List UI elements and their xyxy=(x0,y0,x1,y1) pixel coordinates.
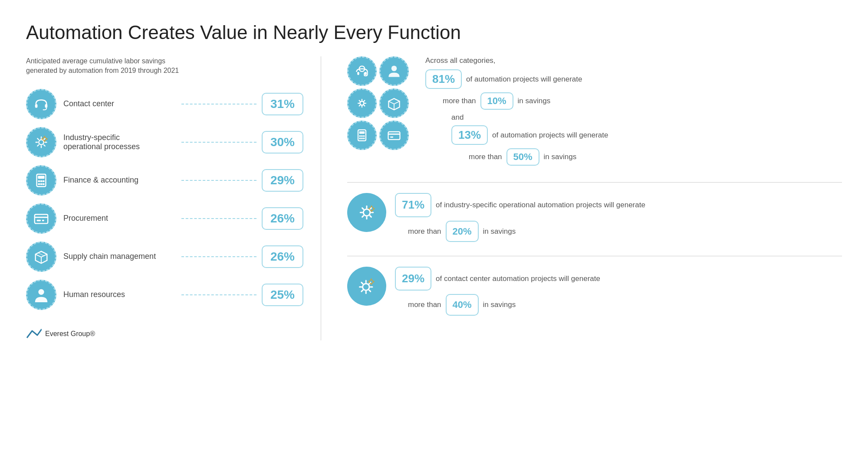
svg-rect-54 xyxy=(359,135,361,137)
svg-rect-60 xyxy=(388,132,400,140)
svg-rect-20 xyxy=(43,180,45,182)
in-savings-1: in savings xyxy=(518,97,551,105)
svg-rect-57 xyxy=(359,137,361,139)
svg-rect-36 xyxy=(365,72,367,75)
svg-line-29 xyxy=(36,254,41,257)
mid-text: 71% of industry-specific operational aut… xyxy=(395,193,645,245)
left-panel: Anticipated average cumulative labor sav… xyxy=(26,56,321,340)
pct-20: 20% xyxy=(446,221,479,242)
across-text: Across all categories, xyxy=(425,56,842,65)
svg-point-39 xyxy=(360,101,364,105)
mid-section: 71% of industry-specific operational aut… xyxy=(347,193,842,245)
pct-10: 10% xyxy=(480,92,513,110)
dotted-line-4 xyxy=(181,256,256,257)
in-savings-4: in savings xyxy=(483,299,516,310)
pct-box-4: 26% xyxy=(262,245,303,268)
pct-40: 40% xyxy=(446,294,479,315)
stat1-text: of automation projects will generate xyxy=(466,75,582,84)
footer-logo: Everest Group® xyxy=(26,327,95,340)
pct-81: 81% xyxy=(425,69,462,89)
svg-rect-62 xyxy=(390,137,393,138)
bottom-stat-text: of contact center automation projects wi… xyxy=(436,273,600,284)
divider-2 xyxy=(347,256,842,256)
svg-line-45 xyxy=(364,105,365,106)
top-stats-section: Across all categories, 81% of automation… xyxy=(347,56,842,169)
stat3-text: of automation projects will generate xyxy=(492,131,608,140)
svg-rect-23 xyxy=(43,183,45,185)
pct-box-0: 31% xyxy=(262,93,303,115)
dotted-line-5 xyxy=(181,294,256,295)
row-label-1: Industry-specific operational processes xyxy=(63,133,176,151)
row-label-0: Contact center xyxy=(63,99,176,108)
cluster-card-icon xyxy=(379,121,409,150)
cluster-box-icon xyxy=(379,88,409,118)
left-row-3: Procurement26% xyxy=(26,203,303,234)
box-icon xyxy=(26,242,56,272)
more-than-1: more than xyxy=(443,97,476,105)
svg-rect-22 xyxy=(40,183,43,185)
svg-rect-19 xyxy=(40,180,43,182)
svg-line-82 xyxy=(362,282,363,284)
svg-line-8 xyxy=(44,145,45,146)
top-stats-text: Across all categories, 81% of automation… xyxy=(425,56,842,169)
bottom-gear-icon xyxy=(347,267,386,306)
cluster-gear-icon xyxy=(347,88,377,118)
svg-point-37 xyxy=(391,65,397,71)
svg-rect-59 xyxy=(363,137,365,139)
pct-71: 71% xyxy=(395,193,431,217)
dotted-line-0 xyxy=(181,104,256,105)
svg-line-68 xyxy=(362,208,364,209)
pct-box-5: 25% xyxy=(262,284,303,306)
svg-rect-53 xyxy=(359,131,365,134)
bottom-section: 29% of contact center automation project… xyxy=(347,267,842,319)
stat-line-13: 13% of automation projects will generate xyxy=(451,125,842,145)
svg-point-2 xyxy=(39,140,43,144)
svg-line-71 xyxy=(362,216,364,217)
in-savings-3: in savings xyxy=(483,225,516,237)
svg-rect-24 xyxy=(35,214,48,223)
svg-line-49 xyxy=(388,101,394,104)
svg-point-77 xyxy=(362,284,369,291)
svg-line-9 xyxy=(44,138,45,140)
svg-point-86 xyxy=(369,280,373,284)
mid-gear-icon xyxy=(347,193,386,232)
svg-line-50 xyxy=(394,101,400,104)
svg-line-46 xyxy=(364,101,365,101)
stat-line-more50: more than 50% in savings xyxy=(469,148,842,166)
stat-line-more10: more than 10% in savings xyxy=(443,92,842,110)
row-label-4: Supply chain management xyxy=(63,252,176,261)
dotted-line-3 xyxy=(181,218,256,219)
left-row-5: Human resources25% xyxy=(26,280,303,310)
gear-icon xyxy=(26,127,56,157)
footer-brand: Everest Group® xyxy=(45,330,95,338)
svg-rect-0 xyxy=(35,104,38,108)
pct-box-1: 30% xyxy=(262,131,303,154)
cluster-calc-icon xyxy=(347,121,377,150)
card-icon xyxy=(26,203,56,234)
stat-line-more40: more than 40% in savings xyxy=(408,294,600,315)
svg-rect-1 xyxy=(45,104,48,108)
svg-rect-56 xyxy=(363,135,365,137)
pct-box-3: 26% xyxy=(262,207,303,230)
stat-line-81: 81% of automation projects will generate xyxy=(425,69,842,89)
mid-stat-text: of industry-specific operational automat… xyxy=(436,199,645,211)
left-row-4: Supply chain management26% xyxy=(26,242,303,272)
in-savings-2: in savings xyxy=(544,153,577,161)
left-row-1: Industry-specific operational processes3… xyxy=(26,127,303,157)
more-than-4: more than xyxy=(408,299,441,310)
svg-line-47 xyxy=(359,105,360,106)
stat-line-more20: more than 20% in savings xyxy=(408,221,645,242)
row-label-3: Procurement xyxy=(63,214,176,223)
icons-cluster xyxy=(347,56,417,150)
person-icon xyxy=(26,280,56,310)
dotted-line-1 xyxy=(181,142,256,143)
left-row-2: Finance & accounting29% xyxy=(26,165,303,196)
svg-point-63 xyxy=(363,209,370,216)
svg-rect-55 xyxy=(361,135,363,137)
row-label-2: Finance & accounting xyxy=(63,176,176,185)
pct-50: 50% xyxy=(506,148,539,166)
svg-rect-26 xyxy=(37,220,41,221)
svg-rect-35 xyxy=(357,72,359,75)
more-than-2: more than xyxy=(469,153,502,161)
svg-line-10 xyxy=(37,145,39,146)
